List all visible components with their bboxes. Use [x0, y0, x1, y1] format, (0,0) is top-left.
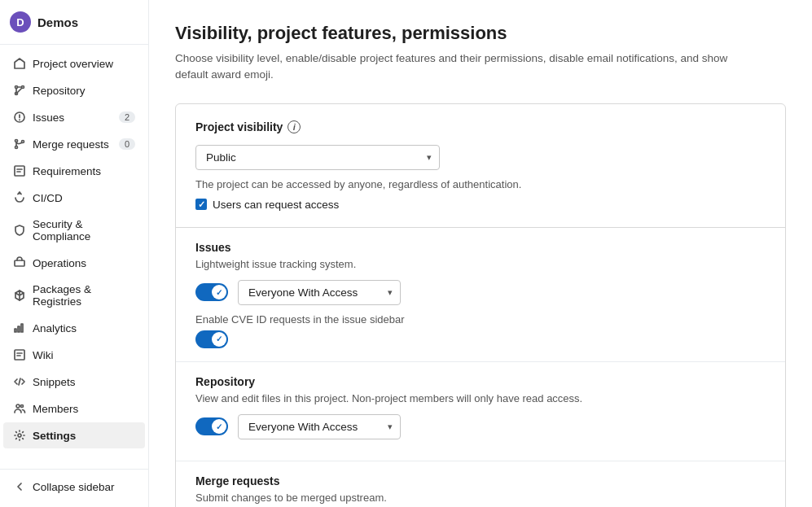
sidebar-item-label: CI/CD	[33, 192, 63, 204]
members-icon	[13, 402, 26, 415]
cve-toggle[interactable]: ✓	[195, 330, 228, 348]
svg-point-10	[21, 405, 24, 408]
page-description: Choose visibility level, enable/disable …	[175, 50, 745, 84]
cicd-icon	[13, 191, 26, 204]
sidebar-item-operations[interactable]: Operations	[3, 250, 145, 276]
issues-badge: 2	[119, 111, 135, 123]
main-content: Visibility, project features, permission…	[149, 0, 812, 507]
sidebar-item-merge-requests[interactable]: Merge requests 0	[3, 131, 145, 157]
sidebar-item-project-overview[interactable]: Project overview	[3, 50, 145, 76]
sidebar-item-label: Project overview	[33, 58, 113, 70]
issues-toggle-row: ✓ Everyone With Access Project Members D…	[195, 280, 766, 305]
repository-toggle-row: ✓ Everyone With Access Project Members D…	[195, 414, 766, 439]
sidebar-item-label: Issues	[33, 111, 64, 124]
project-visibility-section: Project visibility i Private Internal Pu…	[176, 104, 785, 228]
sidebar-item-wiki[interactable]: Wiki	[3, 342, 145, 368]
sidebar-item-security-compliance[interactable]: Security & Compliance	[3, 212, 145, 249]
repository-access-dropdown[interactable]: Everyone With Access Project Members Dis…	[238, 414, 401, 439]
cve-label: Enable CVE ID requests in the issue side…	[195, 313, 766, 326]
sidebar-item-label: Merge requests	[33, 138, 109, 151]
svg-point-11	[18, 434, 21, 437]
merge-requests-section: Merge requests Submit changes to be merg…	[176, 461, 785, 507]
repository-toggle[interactable]: ✓	[195, 417, 228, 435]
svg-point-9	[16, 404, 20, 408]
sidebar-item-issues[interactable]: Issues 2	[3, 104, 145, 130]
sidebar-item-label: Repository	[33, 85, 86, 97]
sidebar: D Demos Project overview Repository Issu…	[0, 0, 149, 507]
sidebar-item-label: Wiki	[33, 349, 54, 361]
cve-toggle-knob: ✓	[212, 332, 226, 347]
sidebar-item-cicd[interactable]: CI/CD	[3, 185, 145, 211]
collapse-sidebar-button[interactable]: Collapse sidebar	[3, 474, 145, 500]
page-title: Visibility, project features, permission…	[175, 23, 786, 44]
settings-card: Project visibility i Private Internal Pu…	[175, 103, 786, 508]
git-icon	[13, 84, 26, 97]
repository-section: Repository View and edit files in this p…	[176, 362, 785, 461]
sidebar-item-repository[interactable]: Repository	[3, 77, 145, 103]
issues-access-dropdown-wrap: Everyone With Access Project Members Dis…	[238, 280, 401, 305]
users-request-access-checkbox[interactable]	[195, 199, 207, 210]
sidebar-item-label: Snippets	[33, 376, 76, 388]
sidebar-item-label: Analytics	[33, 322, 77, 334]
issues-toggle[interactable]: ✓	[195, 283, 228, 301]
visibility-dropdown-wrap: Private Internal Public ▾	[195, 145, 440, 170]
repository-desc: View and edit files in this project. Non…	[195, 391, 766, 406]
repository-access-dropdown-wrap: Everyone With Access Project Members Dis…	[238, 414, 401, 439]
requirements-icon	[13, 164, 26, 177]
home-icon	[13, 57, 26, 70]
sidebar-item-analytics[interactable]: Analytics	[3, 315, 145, 341]
sidebar-item-label: Operations	[33, 257, 86, 269]
issues-title: Issues	[195, 241, 766, 254]
issues-toggle-knob: ✓	[212, 285, 226, 299]
sidebar-item-label: Packages & Registries	[33, 283, 135, 308]
merge-badge: 0	[119, 138, 135, 150]
snippets-icon	[13, 375, 26, 388]
merge-requests-desc: Submit changes to be merged upstream.	[195, 491, 766, 505]
sidebar-item-label: Requirements	[33, 165, 101, 177]
sidebar-item-label: Security & Compliance	[33, 218, 135, 243]
sidebar-item-members[interactable]: Members	[3, 396, 145, 422]
collapse-label: Collapse sidebar	[33, 481, 115, 493]
gear-icon	[13, 429, 26, 442]
visibility-dropdown[interactable]: Private Internal Public	[195, 145, 440, 170]
wiki-icon	[13, 348, 26, 361]
svg-rect-7	[15, 166, 24, 176]
shield-icon	[13, 224, 26, 237]
users-request-access-row: Users can request access	[195, 199, 766, 211]
issues-icon	[13, 111, 26, 124]
svg-rect-8	[15, 260, 24, 266]
visibility-info-text: The project can be accessed by anyone, r…	[195, 178, 766, 190]
issues-desc: Lightweight issue tracking system.	[195, 257, 766, 272]
sidebar-item-label: Members	[33, 403, 78, 415]
users-request-access-label: Users can request access	[213, 199, 339, 211]
sidebar-item-snippets[interactable]: Snippets	[3, 369, 145, 395]
visibility-label: Project visibility i	[195, 120, 766, 133]
sidebar-item-label: Settings	[33, 430, 76, 442]
operations-icon	[13, 256, 26, 269]
sidebar-item-requirements[interactable]: Requirements	[3, 158, 145, 184]
package-icon	[13, 289, 26, 302]
merge-requests-title: Merge requests	[195, 474, 766, 487]
chart-icon	[13, 321, 26, 334]
avatar: D	[10, 11, 31, 33]
issues-access-dropdown[interactable]: Everyone With Access Project Members Dis…	[238, 280, 401, 305]
sidebar-item-settings[interactable]: Settings	[3, 422, 145, 448]
issues-section: Issues Lightweight issue tracking system…	[176, 228, 785, 362]
collapse-icon	[13, 480, 26, 493]
sidebar-item-packages-registries[interactable]: Packages & Registries	[3, 277, 145, 314]
repository-toggle-knob: ✓	[212, 419, 226, 434]
project-name: Demos	[37, 15, 78, 29]
sidebar-header: D Demos	[0, 0, 148, 45]
repository-title: Repository	[195, 375, 766, 388]
help-icon[interactable]: i	[287, 120, 301, 133]
merge-icon	[13, 138, 26, 151]
sidebar-collapse: Collapse sidebar	[0, 469, 148, 500]
